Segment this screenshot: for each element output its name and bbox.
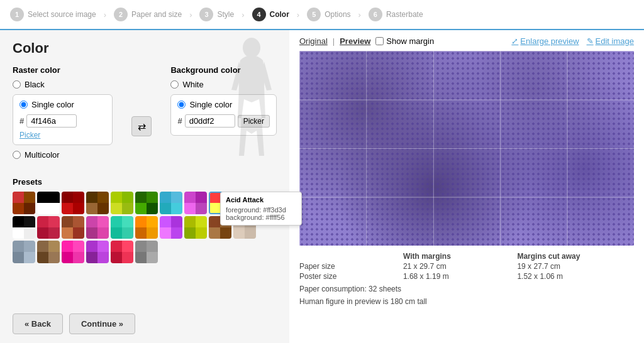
raster-color-group: Raster color Black Single color # Picker	[13, 65, 113, 168]
swap-icon: ⇄	[138, 121, 146, 133]
preset-18[interactable]	[184, 216, 207, 239]
show-margin-checkbox[interactable]	[375, 37, 384, 45]
step-label-3: Style	[217, 10, 234, 19]
stats-poster-label: Poster size	[299, 272, 391, 281]
raster-picker-link[interactable]: Picker	[19, 131, 40, 139]
step-label-6: Rasterbate	[386, 10, 423, 19]
human-note: Human figure in preview is 180 cm tall	[299, 297, 634, 306]
bottom-buttons: « Back Continue »	[13, 313, 135, 334]
raster-multicolor-radio[interactable]	[13, 151, 21, 159]
tooltip-bg: background: #ffff56	[226, 214, 296, 221]
enlarge-preview-link[interactable]: ⤢ Enlarge preview	[511, 36, 579, 46]
nav-sep-4: ›	[297, 10, 299, 19]
raster-color-input[interactable]	[26, 114, 77, 128]
step-num-2: 2	[114, 8, 128, 21]
step-num-6: 6	[369, 8, 382, 21]
back-button[interactable]: « Back	[13, 313, 63, 334]
preset-8[interactable]	[184, 192, 207, 214]
step-label-4: Color	[270, 10, 289, 19]
preview-link[interactable]: Preview	[340, 36, 370, 46]
stats-paper-col3: 19 x 27.7 cm	[517, 262, 634, 271]
preset-23[interactable]	[62, 241, 84, 263]
nav-step-2[interactable]: 2 Paper and size	[114, 8, 182, 21]
preset-7[interactable]	[160, 192, 182, 214]
raster-black-option[interactable]: Black	[13, 80, 113, 89]
preset-26[interactable]	[135, 241, 158, 263]
edit-image-link[interactable]: ✎ Edit image	[587, 36, 634, 46]
nav-step-3[interactable]: 3 Style	[199, 8, 234, 21]
stats-empty	[299, 252, 391, 261]
nav-sep-2: ›	[189, 10, 192, 19]
preset-24[interactable]	[86, 241, 109, 263]
preset-6[interactable]	[135, 192, 158, 214]
presets-title: Presets	[13, 177, 277, 187]
show-margin-label[interactable]: Show margin	[375, 36, 434, 46]
nav-step-6[interactable]: 6 Rasterbate	[369, 8, 423, 21]
nav-sep-3: ›	[242, 10, 244, 19]
preset-17[interactable]	[160, 216, 182, 239]
enlarge-label: Enlarge preview	[520, 36, 579, 46]
preview-stats: With margins Margins cut away Paper size…	[299, 252, 634, 281]
top-navigation: 1 Select source image › 2 Paper and size…	[0, 0, 644, 30]
edit-icon: ✎	[587, 36, 594, 46]
preset-11[interactable]	[13, 216, 35, 239]
preset-3[interactable]	[62, 192, 84, 214]
swap-colors-button[interactable]: ⇄	[131, 116, 152, 136]
raster-single-radio[interactable]	[19, 101, 28, 109]
raster-black-radio[interactable]	[13, 80, 21, 89]
left-panel: Color Raster color Black Single color #	[0, 30, 289, 343]
tooltip-name: Acid Attack	[226, 196, 296, 204]
original-link[interactable]: Original	[299, 36, 328, 46]
preset-5[interactable]	[111, 192, 133, 214]
preset-15[interactable]	[111, 216, 133, 239]
step-num-1: 1	[10, 8, 24, 21]
preset-13[interactable]	[62, 216, 84, 239]
raster-single-label: Single color	[31, 100, 74, 109]
toolbar-sep: |	[333, 36, 335, 46]
tooltip-fg: foreground: #ff3d3d	[226, 206, 296, 214]
continue-button[interactable]: Continue »	[69, 313, 135, 334]
preset-14[interactable]	[86, 216, 109, 239]
preset-12[interactable]	[37, 216, 60, 239]
paper-consumption: Paper consumption: 32 sheets	[299, 285, 634, 293]
step-label-2: Paper and size	[131, 10, 182, 19]
step-num-3: 3	[199, 8, 213, 21]
preset-4[interactable]	[86, 192, 109, 214]
step-label-1: Select source image	[28, 10, 96, 19]
stats-paper-label: Paper size	[299, 262, 391, 271]
bg-hash: #	[177, 116, 182, 126]
presets-grid: Acid Attack foreground: #ff3d3d backgrou…	[13, 192, 277, 263]
stats-col3-header: Margins cut away	[517, 252, 634, 261]
step-num-5: 5	[307, 8, 321, 21]
bg-white-label: White	[182, 80, 203, 89]
preset-2[interactable]	[37, 192, 60, 214]
nav-step-1[interactable]: 1 Select source image	[10, 8, 96, 21]
preset-21[interactable]	[13, 241, 35, 263]
nav-step-4[interactable]: 4 Color	[252, 8, 289, 21]
raster-single-box: Single color # Picker	[13, 94, 113, 145]
bg-white-radio[interactable]	[170, 80, 179, 89]
preview-image	[299, 51, 634, 246]
stats-poster-col2: 1.68 x 1.19 m	[403, 272, 504, 281]
preset-1[interactable]	[13, 192, 35, 214]
nav-step-5[interactable]: 5 Options	[307, 8, 350, 21]
raster-multicolor-label: Multicolor	[25, 150, 60, 160]
human-silhouette	[226, 36, 277, 162]
show-margin-text: Show margin	[386, 36, 434, 46]
raster-color-row: #	[19, 114, 106, 128]
preset-tooltip: Acid Attack foreground: #ff3d3d backgrou…	[220, 192, 302, 226]
preset-25[interactable]	[111, 241, 133, 263]
raster-multicolor-option[interactable]: Multicolor	[13, 150, 113, 160]
preset-22[interactable]	[37, 241, 60, 263]
stats-poster-col3: 1.52 x 1.06 m	[517, 272, 634, 281]
preset-16[interactable]	[135, 216, 158, 239]
raster-single-option[interactable]: Single color	[19, 100, 106, 109]
preview-toolbar: Original | Preview Show margin ⤢ Enlarge…	[299, 36, 634, 46]
enlarge-icon: ⤢	[511, 36, 518, 46]
edit-label: Edit image	[596, 36, 634, 46]
raster-hash: #	[19, 116, 24, 126]
raster-group-title: Raster color	[13, 65, 113, 75]
toolbar-right: ⤢ Enlarge preview ✎ Edit image	[511, 36, 634, 46]
bg-single-radio[interactable]	[177, 101, 186, 109]
stats-paper-col2: 21 x 29.7 cm	[403, 262, 504, 271]
